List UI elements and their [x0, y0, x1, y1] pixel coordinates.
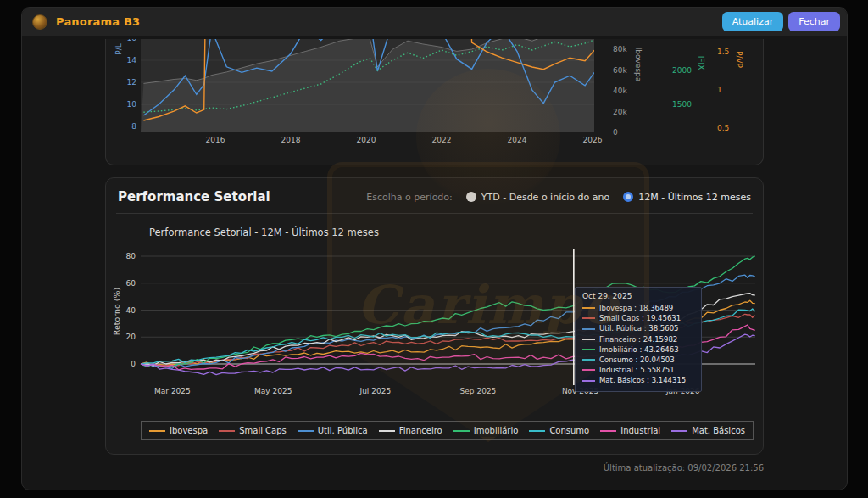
- legend-label: Financeiro: [399, 426, 442, 435]
- legend-item[interactable]: Ibovespa: [149, 426, 208, 435]
- section-divider: [116, 213, 753, 214]
- tooltip-value: Imobiliário : 43.26463: [599, 344, 679, 355]
- tooltip-swatch: [582, 317, 595, 319]
- legend-label: Small Caps: [239, 426, 287, 435]
- tooltip-value: Mat. Básicos : 3.144315: [599, 375, 686, 385]
- legend-label: Ibovespa: [170, 426, 208, 435]
- tooltip-rows: Ibovespa : 18.36489Small Caps : 19.45631…: [582, 303, 694, 386]
- tooltip-row: Small Caps : 19.45631: [582, 313, 694, 323]
- legend-label: Imobiliário: [474, 426, 519, 435]
- legend-item[interactable]: Financeiro: [379, 426, 442, 435]
- tooltip-swatch: [582, 369, 595, 371]
- legend-item[interactable]: Util. Pública: [298, 426, 368, 435]
- svg-text:2024: 2024: [508, 136, 527, 144]
- svg-text:1500: 1500: [672, 100, 692, 109]
- legend-swatch: [149, 430, 165, 432]
- radio-ytd-icon[interactable]: [466, 192, 476, 202]
- legend-swatch: [529, 430, 545, 432]
- chart-tooltip: Oct 29, 2025 Ibovespa : 18.36489Small Ca…: [575, 287, 702, 392]
- radio-ytd[interactable]: YTD - Desde o início do ano: [466, 192, 609, 203]
- tooltip-value: Ibovespa : 18.36489: [599, 303, 673, 313]
- tooltip-value: Util. Pública : 38.5605: [599, 323, 678, 333]
- tooltip-swatch: [582, 339, 595, 340]
- screen: Panorama B3 Atualizar Fechar 810121416P/…: [0, 0, 868, 498]
- app-title: Panorama B3: [56, 15, 140, 28]
- radio-ytd-label: YTD - Desde o início do ano: [481, 192, 609, 203]
- tooltip-row: Consumo : 20.04503: [582, 355, 694, 365]
- svg-text:60: 60: [126, 279, 136, 288]
- legend-label: Consumo: [549, 426, 589, 435]
- svg-text:Mar 2025: Mar 2025: [154, 387, 191, 395]
- legend-item[interactable]: Consumo: [529, 426, 589, 435]
- performance-chart-wrap: 020406080Retorno (%)Mar 2025May 2025Jul …: [106, 243, 763, 404]
- period-label: Escolha o período:: [366, 192, 452, 203]
- tooltip-swatch: [582, 307, 595, 309]
- legend-swatch: [219, 430, 235, 432]
- tooltip-value: Industrial : 5.558751: [599, 365, 675, 375]
- refresh-button[interactable]: Atualizar: [722, 12, 784, 31]
- chart-legend: IbovespaSmall CapsUtil. PúblicaFinanceir…: [141, 421, 754, 440]
- legend-item[interactable]: Mat. Básicos: [671, 426, 745, 435]
- svg-text:2020: 2020: [357, 136, 376, 144]
- svg-text:10: 10: [127, 100, 137, 109]
- svg-text:12: 12: [127, 78, 136, 87]
- svg-text:2500: 2500: [672, 39, 692, 41]
- carimpo-logo-icon: [32, 14, 47, 30]
- chart-title: Performance Setorial - 12M - Últimos 12 …: [149, 227, 763, 238]
- close-button[interactable]: Fechar: [788, 12, 840, 31]
- legend-item[interactable]: Industrial: [600, 426, 660, 435]
- svg-text:1: 1: [717, 86, 722, 94]
- legend-item[interactable]: Small Caps: [219, 426, 287, 435]
- valuation-card: 810121416P/L201620182020202220242026020k…: [105, 39, 764, 165]
- svg-text:1.5: 1.5: [717, 48, 729, 56]
- radio-12m-icon[interactable]: [623, 192, 633, 202]
- svg-text:8: 8: [131, 122, 136, 131]
- svg-text:IFIX: IFIX: [697, 56, 705, 70]
- window-header: Panorama B3 Atualizar Fechar: [22, 8, 847, 36]
- svg-text:0: 0: [131, 360, 136, 368]
- svg-text:60k: 60k: [613, 66, 627, 75]
- tooltip-value: Consumo : 20.04503: [599, 355, 675, 365]
- svg-text:2018: 2018: [281, 136, 301, 144]
- radio-12m[interactable]: 12M - Últimos 12 meses: [623, 192, 751, 203]
- svg-text:40k: 40k: [613, 87, 627, 95]
- svg-text:Sep 2025: Sep 2025: [460, 387, 497, 395]
- radio-12m-label: 12M - Últimos 12 meses: [638, 192, 751, 203]
- svg-text:Jul 2025: Jul 2025: [359, 387, 391, 395]
- legend-item[interactable]: Imobiliário: [453, 426, 519, 435]
- legend-swatch: [671, 430, 687, 432]
- svg-text:40: 40: [126, 306, 136, 315]
- svg-text:16: 16: [127, 39, 137, 42]
- svg-text:80: 80: [126, 252, 136, 260]
- svg-text:2000: 2000: [672, 66, 692, 75]
- tooltip-value: Financeiro : 24.15982: [599, 334, 677, 344]
- period-selector: Escolha o período: YTD - Desde o início …: [366, 192, 751, 203]
- svg-text:0.5: 0.5: [717, 124, 729, 132]
- svg-text:May 2025: May 2025: [254, 387, 292, 395]
- tooltip-swatch: [582, 349, 595, 350]
- legend-label: Industrial: [620, 426, 660, 435]
- tooltip-row: Industrial : 5.558751: [582, 365, 694, 375]
- valuation-chart[interactable]: 810121416P/L201620182020202220242026020k…: [106, 39, 763, 148]
- legend-label: Mat. Básicos: [692, 426, 745, 435]
- svg-text:2022: 2022: [432, 136, 452, 144]
- tooltip-swatch: [582, 380, 595, 382]
- svg-text:14: 14: [127, 56, 137, 64]
- tooltip-row: Financeiro : 24.15982: [582, 334, 694, 344]
- tooltip-row: Ibovespa : 18.36489: [582, 303, 694, 313]
- panorama-b3-window: Panorama B3 Atualizar Fechar 810121416P/…: [21, 7, 848, 490]
- legend-label: Util. Pública: [318, 426, 368, 435]
- legend-swatch: [453, 430, 470, 432]
- tooltip-date: Oct 29, 2025: [582, 292, 694, 300]
- svg-text:20: 20: [126, 333, 136, 341]
- svg-text:Ibovespa: Ibovespa: [634, 48, 643, 82]
- svg-text:80k: 80k: [613, 45, 627, 53]
- tooltip-value: Small Caps : 19.45631: [599, 313, 681, 323]
- section-title: Performance Setorial: [118, 189, 270, 204]
- svg-text:2016: 2016: [206, 136, 225, 144]
- legend-swatch: [379, 430, 395, 432]
- svg-text:P/VP: P/VP: [735, 51, 743, 69]
- tooltip-row: Mat. Básicos : 3.144315: [582, 375, 694, 385]
- svg-text:2026: 2026: [583, 136, 603, 144]
- svg-text:0: 0: [613, 128, 618, 137]
